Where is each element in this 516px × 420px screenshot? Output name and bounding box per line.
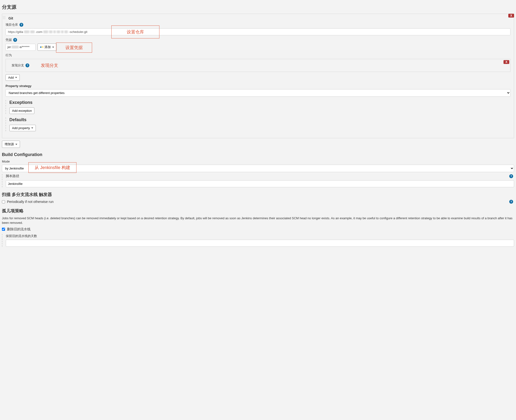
behaviour-label: 行为: [6, 53, 510, 57]
repo-blurred-value: https://gitla .com -scheduler.git: [8, 30, 87, 34]
help-icon[interactable]: ?: [509, 174, 513, 178]
chevron-down-icon: [52, 47, 54, 48]
defaults-title: Defaults: [9, 117, 510, 122]
help-icon[interactable]: ?: [25, 63, 29, 67]
script-path-label: 脚本路径: [6, 174, 19, 178]
exceptions-title: Exceptions: [9, 100, 510, 105]
key-icon: [40, 46, 43, 48]
git-title: Git: [8, 16, 510, 20]
discover-branches-block: X 发现分支 ? 发现分支: [6, 59, 510, 72]
defaults-block: Defaults Add property: [6, 117, 510, 131]
project-repo-label: 项目仓库 ?: [6, 22, 510, 27]
days-keep-input[interactable]: [6, 240, 514, 247]
mode-label: Mode: [2, 160, 514, 163]
periodic-checkbox[interactable]: [2, 200, 5, 203]
discard-old-checkbox[interactable]: [2, 228, 5, 231]
drag-handle-icon[interactable]: [3, 16, 6, 19]
exceptions-block: Exceptions Add exception: [6, 100, 510, 114]
delete-behaviour-button[interactable]: X: [503, 60, 509, 64]
property-strategy-select[interactable]: Named branches get different properties: [6, 89, 510, 97]
orphan-strategy-title: 孤儿项策略: [2, 208, 514, 214]
days-keep-label: 保留旧的流水线的天数: [6, 234, 514, 238]
discover-branches-label: 发现分支: [12, 63, 24, 68]
git-source-block: X Git 项目仓库 ? https://gitla .com -schedul…: [2, 14, 514, 138]
credentials-label: 凭据 ?: [6, 38, 510, 42]
help-icon[interactable]: ?: [13, 38, 17, 42]
scan-triggers-title: 扫描 多分支流水线 触发器: [2, 192, 514, 197]
discard-old-label: 删除旧的流水线: [7, 227, 30, 232]
add-behaviour-button[interactable]: Add: [6, 74, 20, 81]
annot-discover: 发现分支: [38, 61, 61, 69]
credentials-select[interactable]: placeholder: [6, 44, 36, 51]
branch-sources-title: 分支源: [2, 4, 514, 10]
delete-source-button[interactable]: X: [508, 14, 514, 18]
property-strategy-label: Property strategy: [6, 84, 510, 88]
chevron-down-icon: [31, 128, 33, 129]
orphan-desc: Jobs for removed SCM heads (i.e. deleted…: [2, 216, 514, 225]
add-credentials-button[interactable]: 添加: [37, 44, 57, 51]
chevron-down-icon: [15, 144, 17, 145]
annot-set-cred: 设置凭据: [56, 43, 92, 53]
add-property-button[interactable]: Add property: [9, 125, 36, 131]
add-source-button[interactable]: 增加源: [2, 141, 20, 148]
help-icon[interactable]: ?: [20, 23, 23, 27]
script-path-input[interactable]: [6, 180, 514, 187]
help-icon[interactable]: ?: [509, 200, 513, 204]
build-config-title: Build Configuration: [2, 152, 514, 157]
periodic-label: Periodically if not otherwise run: [7, 200, 54, 204]
mode-select[interactable]: by Jenkinsfile: [2, 165, 514, 172]
add-exception-button[interactable]: Add exception: [9, 107, 34, 114]
chevron-down-icon: [15, 77, 17, 78]
